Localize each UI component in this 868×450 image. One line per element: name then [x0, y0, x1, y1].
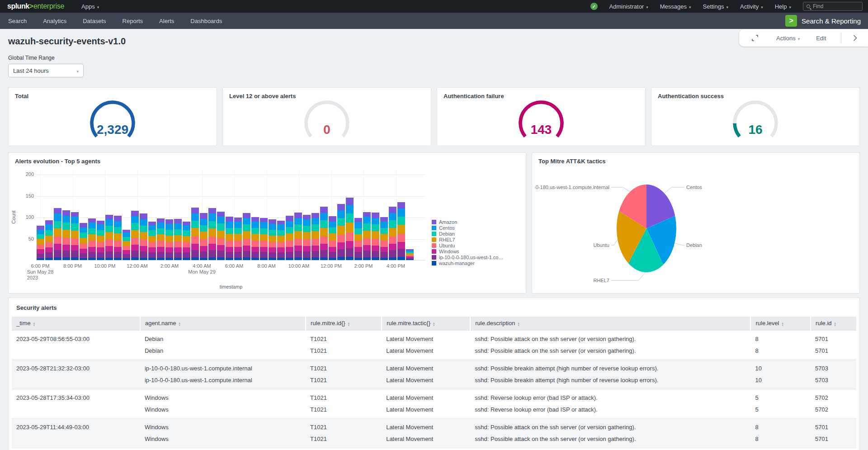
table-row[interactable]: 2023-05-29T11:44:49-03:00WindowsT1021Lat… — [12, 418, 856, 433]
bar-02:30[interactable] — [183, 222, 190, 260]
kpi-gauge[interactable]: 143 — [507, 99, 575, 145]
actions-button[interactable]: Actions — [776, 35, 800, 42]
user-menu[interactable]: Administrator — [609, 3, 648, 10]
kpi-value: 0 — [323, 123, 330, 137]
bar-segment-RHEL7 — [260, 234, 268, 241]
x-tick-label: 8:00 AM — [257, 263, 275, 269]
bar-08:30[interactable] — [286, 216, 293, 260]
bar-22:00[interactable] — [105, 215, 113, 260]
bar-15:00[interactable] — [397, 202, 405, 260]
nav-item-alerts[interactable]: Alerts — [159, 18, 174, 24]
column-header-agent.name[interactable]: agent.name▴▾ — [140, 317, 306, 330]
legend-item-ip-10-0-0-180.us-west-1.compute.internal[interactable]: ip-10-0-0-180.us-west-1.compute.internal — [432, 254, 506, 260]
legend-item-Ubuntu[interactable]: Ubuntu — [432, 242, 506, 248]
column-header-rule.mitre.id{}[interactable]: rule.mitre.id{}▴▾ — [306, 317, 382, 330]
topbar-menu-messages[interactable]: Messages — [660, 3, 691, 10]
nav-item-search[interactable]: Search — [8, 18, 27, 24]
bar-05:30[interactable] — [234, 218, 242, 260]
nav-item-dashboards[interactable]: Dashboards — [190, 18, 222, 24]
bar-00:00[interactable] — [140, 213, 147, 260]
bar-11:30[interactable] — [337, 204, 345, 260]
bar-02:00[interactable] — [174, 219, 182, 260]
topbar-menu-settings[interactable]: Settings — [703, 3, 729, 10]
bar-07:00[interactable] — [260, 218, 268, 260]
bar-20:30[interactable] — [80, 223, 87, 260]
legend-item-Amazon[interactable]: Amazon — [432, 219, 506, 225]
health-check-icon[interactable] — [590, 3, 598, 10]
bar-19:00[interactable] — [54, 208, 61, 260]
table-row[interactable]: 2023-05-28T17:35:34-03:00WindowsT1021Lat… — [12, 389, 856, 404]
bar-21:00[interactable] — [88, 218, 96, 260]
bar-04:00[interactable] — [208, 208, 216, 260]
fullscreen-icon[interactable] — [751, 34, 759, 42]
column-header-rule.level[interactable]: rule.level▴▾ — [750, 317, 811, 330]
time-range-dropdown[interactable]: Last 24 hours — [8, 64, 84, 77]
find-search-input[interactable]: Find — [803, 2, 863, 11]
bar-13:00[interactable] — [363, 212, 371, 260]
bar-09:30[interactable] — [303, 215, 311, 260]
legend-item-Centos[interactable]: Centos — [432, 225, 506, 231]
splunk-logo[interactable]: splunk>enterprise — [7, 2, 64, 10]
topbar-menu-help[interactable]: Help — [775, 3, 791, 10]
bar-20:00[interactable] — [71, 212, 79, 260]
column-header-_time[interactable]: _time▴▾ — [12, 317, 140, 330]
bar-22:30[interactable] — [114, 216, 122, 260]
bar-12:30[interactable] — [354, 218, 362, 260]
bar-03:00[interactable] — [191, 208, 199, 260]
bar-23:00[interactable] — [123, 230, 130, 260]
bar-14:30[interactable] — [389, 207, 396, 260]
column-header-rule.id[interactable]: rule.id▴▾ — [811, 317, 856, 330]
topbar-menu-activity[interactable]: Activity — [740, 3, 763, 10]
bar-00:30[interactable] — [148, 222, 156, 260]
bar-10:30[interactable] — [320, 207, 328, 260]
bar-18:00[interactable] — [37, 226, 44, 260]
bar-segment-Amazon — [234, 218, 242, 222]
column-header-rule.description[interactable]: rule.description▴▾ — [470, 317, 750, 330]
bar-23:30[interactable] — [131, 211, 139, 260]
bar-01:30[interactable] — [165, 219, 173, 260]
bar-15:30[interactable] — [406, 249, 414, 260]
legend-item-wazuh-manager[interactable]: wazuh-manager — [432, 260, 506, 266]
bar-18:30[interactable] — [45, 220, 53, 260]
bar-segment-ip-10-0-0-180.us-west-1.compute.internal — [131, 251, 139, 257]
table-row[interactable]: 2023-05-29T08:56:55-03:00DebianT1021Late… — [12, 330, 856, 345]
bar-09:00[interactable] — [294, 213, 302, 260]
bar-14:00[interactable] — [380, 217, 388, 260]
bar-06:30[interactable] — [251, 217, 259, 260]
edit-button[interactable]: Edit — [816, 35, 826, 42]
kpi-gauge[interactable]: 2,329 — [79, 99, 146, 145]
bar-13:30[interactable] — [372, 213, 379, 260]
apps-menu[interactable]: Apps — [81, 3, 99, 10]
table-row[interactable]: 2023-05-29T03:41:16-03:00RHEL7T1021Later… — [12, 448, 856, 450]
bar-segment-wazuh-manager — [397, 257, 405, 260]
bar-03:30[interactable] — [200, 213, 208, 260]
legend-item-Windows[interactable]: Windows — [432, 248, 506, 254]
kpi-gauge[interactable]: 16 — [722, 99, 789, 145]
bar-segment-Windows — [165, 247, 173, 252]
legend-item-RHEL7[interactable]: RHEL7 — [432, 237, 506, 242]
kpi-gauge[interactable]: 0 — [293, 99, 361, 145]
nav-item-analytics[interactable]: Analytics — [43, 18, 66, 24]
bar-21:30[interactable] — [97, 221, 104, 260]
bar-11:00[interactable] — [329, 216, 336, 260]
column-header-rule.mitre.tactic{}[interactable]: rule.mitre.tactic{}▴▾ — [382, 317, 470, 330]
bar-19:30[interactable] — [62, 210, 70, 260]
bar-07:30[interactable] — [269, 219, 276, 260]
bar-segment-wazuh-manager — [174, 258, 182, 260]
bar-06:00[interactable] — [243, 213, 250, 260]
bar-segment-Centos — [337, 210, 345, 218]
legend-item-Debian[interactable]: Debian — [432, 231, 506, 237]
bar-12:00[interactable] — [346, 198, 354, 260]
bar-05:00[interactable] — [226, 217, 233, 260]
bar-01:00[interactable] — [157, 218, 165, 260]
current-app-badge[interactable]: > Search & Reporting — [785, 13, 861, 29]
bar-segment-wazuh-manager — [62, 257, 70, 260]
bar-10:00[interactable] — [311, 213, 319, 260]
nav-item-reports[interactable]: Reports — [123, 18, 143, 24]
x-tick-label: 10:00 AM — [288, 263, 309, 269]
chevron-right-icon[interactable] — [853, 34, 857, 42]
bar-04:30[interactable] — [217, 212, 225, 260]
bar-08:00[interactable] — [277, 221, 285, 260]
nav-item-datasets[interactable]: Datasets — [83, 18, 106, 24]
table-row[interactable]: 2023-05-28T21:32:32-03:00ip-10-0-0-180.u… — [12, 360, 856, 374]
